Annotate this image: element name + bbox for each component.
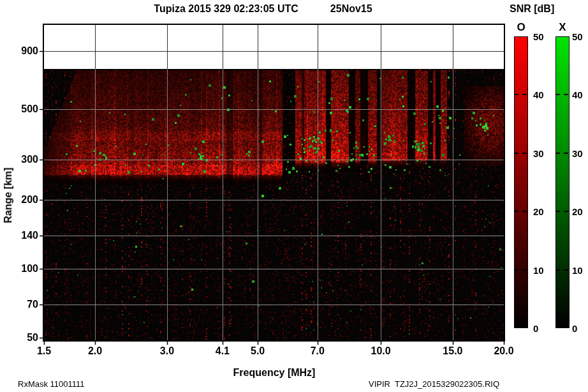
o-colorbar-tick-20: 20 [533,206,552,217]
x-polarization-label: X [555,21,570,34]
rx-mask-annotation: RxMask 11001111 [18,379,85,389]
o-colorbar-dash-10 [514,269,528,271]
o-colorbar-tick-50: 50 [533,31,552,42]
x-snr-colorbar [555,36,570,328]
x-tick-label-10.0: 10.0 [365,346,396,356]
y-tick-label-500: 500 [0,104,38,114]
title-station-time: Tupiza 2015 329 02:23:05 UTC [154,3,298,15]
y-tick-label-900: 900 [0,46,38,56]
o-polarization-label: O [514,21,528,34]
y-tick-label-300: 300 [0,155,38,165]
x-tick-label-7.0: 7.0 [302,346,333,356]
x-colorbar-dash-40 [555,94,570,95]
o-colorbar-tick-40: 40 [533,89,552,100]
x-tick-label-3.0: 3.0 [152,346,182,356]
x-colorbar-tick-50: 50 [572,31,588,42]
o-colorbar-tick-10: 10 [533,265,552,276]
x-colorbar-dash-20 [555,211,570,212]
plot-title: Tupiza 2015 329 02:23:05 UTC 25Nov15 [26,3,501,15]
colorbar-title: SNR [dB] [510,3,554,15]
o-colorbar-dash-20 [514,211,528,212]
x-axis-title: Frequency [MHz] [191,367,357,379]
ionogram-heatmap-canvas [0,0,588,392]
x-tick-label-20.0: 20.0 [489,346,519,356]
x-tick-label-15.0: 15.0 [437,346,468,356]
file-id-annotation: VIPIR TZJ2J_2015329022305.RIQ [369,379,499,389]
x-tick-label-4.1: 4.1 [207,346,238,356]
x-colorbar-tick-0: 0 [572,323,588,334]
o-colorbar-dash-40 [514,94,528,95]
x-colorbar-dash-10 [555,269,570,271]
x-tick-label-1.5: 1.5 [29,346,59,356]
x-colorbar-tick-40: 40 [572,89,588,100]
x-colorbar-tick-30: 30 [572,148,588,159]
y-tick-label-140: 140 [0,230,38,241]
o-snr-colorbar [514,36,528,328]
x-colorbar-tick-10: 10 [572,265,588,276]
x-tick-label-2.0: 2.0 [80,346,110,356]
title-date: 25Nov15 [330,3,372,15]
y-tick-label-200: 200 [0,195,38,205]
x-colorbar-tick-20: 20 [572,206,588,217]
x-tick-label-5.0: 5.0 [242,346,273,356]
y-tick-label-100: 100 [0,264,38,274]
ionogram-page: Tupiza 2015 329 02:23:05 UTC 25Nov15 Ran… [0,0,588,392]
o-colorbar-dash-30 [514,153,528,154]
x-colorbar-dash-30 [555,153,570,154]
o-colorbar-tick-30: 30 [533,148,552,159]
y-tick-label-50: 50 [0,333,38,343]
o-colorbar-tick-0: 0 [533,323,552,334]
y-tick-label-70: 70 [0,299,38,310]
